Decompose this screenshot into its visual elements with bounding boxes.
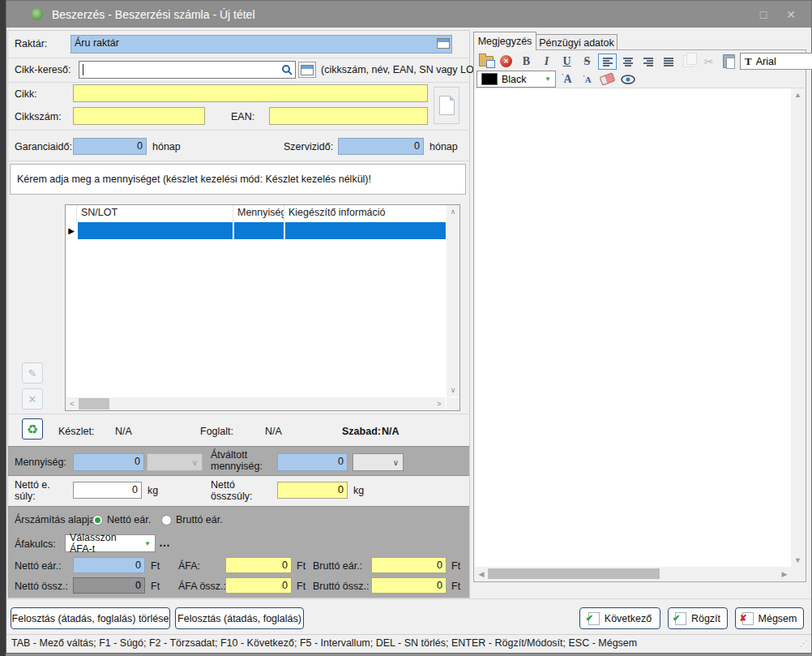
preview-button[interactable] <box>618 71 637 88</box>
grid-col-mennyiseg[interactable]: Mennyiség <box>233 205 284 221</box>
afakulcs-combo[interactable]: Válasszon ÁFA-t ▼ <box>65 534 156 552</box>
netto-ossz-unit: Ft <box>151 581 160 592</box>
grid-hscrollbar[interactable]: < > <box>66 397 446 410</box>
justify-button[interactable] <box>659 54 677 70</box>
raktar-field[interactable]: Áru raktár <box>71 35 452 54</box>
align-left-button[interactable] <box>598 54 617 70</box>
shrink-font-button[interactable]: 'A <box>578 71 596 88</box>
align-right-icon <box>642 56 655 67</box>
cut-button[interactable]: ✂ <box>699 54 718 70</box>
grid-hscroll-thumb[interactable] <box>79 398 109 409</box>
scroll-right-icon[interactable]: > <box>435 397 443 410</box>
raktar-lookup-icon[interactable] <box>437 38 450 49</box>
garancia-field[interactable]: 0 <box>73 138 147 155</box>
afakulcs-more-button[interactable]: … <box>159 536 170 549</box>
scroll-left-icon[interactable]: ◀ <box>477 567 485 581</box>
cikk-kereso-input[interactable] <box>79 61 296 79</box>
editor-hscrollbar[interactable]: ◀ ▶ <box>475 567 791 581</box>
scroll-down-icon[interactable]: ∨ <box>447 385 459 395</box>
cikk-field[interactable] <box>73 84 428 102</box>
resize-grip[interactable]: ⋰ <box>800 639 808 648</box>
afa-field[interactable]: 0 <box>225 557 292 573</box>
scroll-up-icon[interactable]: ∧ <box>447 207 459 217</box>
garancia-unit: hónap <box>152 141 181 152</box>
paste-button[interactable] <box>720 54 738 70</box>
align-center-button[interactable] <box>618 54 637 70</box>
afa-ossz-field[interactable]: 0 <box>225 577 292 594</box>
atvaltott-field[interactable]: 0 <box>277 453 348 471</box>
megsem-button[interactable]: ✘ Mégsem <box>735 607 804 629</box>
radio-brutto-ear-label[interactable]: Bruttó eár. <box>176 514 223 525</box>
cikkszam-label: Cikkszám: <box>15 111 62 122</box>
font-family-combo[interactable]: T Arial ▼ <box>740 53 812 70</box>
delete-row-button[interactable]: ✕ <box>22 388 43 409</box>
bold-button[interactable]: B <box>517 54 536 70</box>
editor-hscroll-thumb[interactable] <box>488 568 660 579</box>
atvaltott-unit-combo[interactable]: ∨ <box>353 453 404 471</box>
cikk-document-button[interactable] <box>434 87 459 124</box>
cikk-label: Cikk: <box>15 88 37 100</box>
editor-body: ✕ B I U S <box>473 49 806 582</box>
editor-vscrollbar[interactable]: ▲ ▼ <box>791 88 805 567</box>
szerviz-unit: hónap <box>430 141 458 152</box>
mennyiseg-unit-combo[interactable]: ∨ <box>147 453 203 471</box>
close-button[interactable]: ✕ <box>777 1 805 28</box>
notes-textarea[interactable]: ▲ ▼ ◀ ▶ <box>475 88 805 581</box>
snlot-grid[interactable]: SN/LOT Mennyiség Kiegészítő információ ▶… <box>65 204 460 411</box>
cikkszam-field[interactable] <box>73 107 205 125</box>
text-caret <box>83 64 83 75</box>
radio-netto-ear[interactable] <box>92 515 103 525</box>
brutto-ossz-field[interactable]: 0 <box>371 577 447 594</box>
felosztas-torlese-button[interactable]: Felosztás (átadás, foglalás) törlése <box>11 607 170 629</box>
radio-brutto-ear[interactable] <box>161 515 172 525</box>
rogzit-button[interactable]: ✔ Rögzít <box>668 607 728 629</box>
open-button[interactable] <box>477 54 495 70</box>
scroll-up-icon[interactable]: ▲ <box>791 91 805 99</box>
window-title: Beszerzés - Beszerzési számla - Új tétel <box>52 8 255 21</box>
grid-col-snlot[interactable]: SN/LOT <box>77 205 233 221</box>
delete-circle-icon: ✕ <box>500 55 512 67</box>
grid-selected-row-cell[interactable] <box>285 222 446 239</box>
check-page-icon: ✔ <box>588 612 600 625</box>
mennyiseg-field[interactable]: 0 <box>73 453 144 471</box>
strikethrough-button[interactable]: S <box>578 54 596 70</box>
kovetkezo-button[interactable]: ✔ Következő <box>579 607 660 629</box>
maximize-button[interactable]: □ <box>750 1 777 28</box>
grid-selected-row[interactable] <box>78 222 233 239</box>
brutto-ear-field[interactable]: 0 <box>371 557 447 573</box>
clear-button[interactable]: ✕ <box>497 54 515 70</box>
ean-field[interactable] <box>269 107 428 125</box>
search-icon[interactable] <box>281 64 293 75</box>
grow-font-button[interactable]: 'A <box>558 71 576 88</box>
refresh-stock-button[interactable]: ♻ <box>22 418 43 439</box>
notes-panel: Megjegyzés Pénzügyi adatok ✕ B I U S <box>473 32 806 582</box>
netto-e-suly-field[interactable]: 0 <box>73 482 142 499</box>
eraser-button[interactable] <box>598 71 617 88</box>
edit-row-button[interactable]: ✎ <box>22 362 43 384</box>
felosztas-button[interactable]: Felosztás (átadás, foglalás) <box>175 607 304 629</box>
scroll-down-icon[interactable]: ▼ <box>791 556 805 564</box>
afa-ossz-label: ÁFA össz.: <box>178 581 226 592</box>
keszlet-label: Készlet: <box>58 426 94 437</box>
keszlet-value: N/A <box>115 426 132 437</box>
netto-ear-field[interactable]: 0 <box>73 557 145 573</box>
netto-ear-unit: Ft <box>151 560 160 572</box>
scroll-right-icon[interactable]: ▶ <box>780 567 788 581</box>
szerviz-field[interactable]: 0 <box>338 138 424 155</box>
grid-col-kiegeszito[interactable]: Kiegészítő információ <box>284 205 447 221</box>
scroll-left-icon[interactable]: < <box>68 397 76 410</box>
grid-vscrollbar[interactable]: ∧ ∨ <box>447 205 459 397</box>
netto-ossz-label: Nettó össz.: <box>15 581 68 592</box>
cikk-kereso-lookup-button[interactable] <box>298 62 316 78</box>
italic-button[interactable]: I <box>537 54 556 70</box>
netto-osszsuly-field[interactable]: 0 <box>277 482 348 499</box>
copy-button[interactable] <box>679 54 698 70</box>
align-right-button[interactable] <box>639 54 657 70</box>
titlebar[interactable]: Beszerzés - Beszerzési számla - Új tétel… <box>6 1 811 28</box>
grid-selected-row-cell[interactable] <box>234 222 284 239</box>
radio-netto-ear-label[interactable]: Nettó eár. <box>107 514 151 525</box>
underline-button[interactable]: U <box>558 54 576 70</box>
tab-penzugyi-adatok[interactable]: Pénzügyi adatok <box>536 34 618 50</box>
font-color-combo[interactable]: Black ▼ <box>477 71 556 88</box>
tab-megjegyzes[interactable]: Megjegyzés <box>473 32 536 50</box>
